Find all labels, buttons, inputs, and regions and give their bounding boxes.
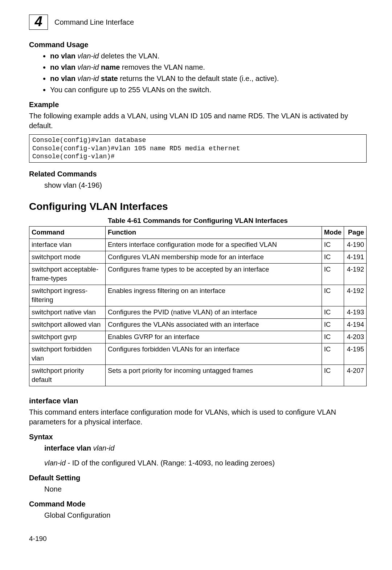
cell-command: switchport mode [29,251,106,263]
table-row: switchport forbidden vlanConfigures forb… [29,343,367,365]
table-row: switchport ingress-filteringEnables ingr… [29,285,367,306]
related-commands-heading: Related Commands [29,169,367,179]
cell-page: 4-190 [344,239,367,251]
page-number: 4-190 [29,534,367,543]
default-setting-value: None [29,484,367,494]
cell-function: Configures VLAN membership mode for an i… [106,251,322,263]
syntax-param-desc: vlan-id - ID of the configured VLAN. (Ra… [29,458,367,468]
cell-page: 4-191 [344,251,367,263]
cell-page: 4-195 [344,343,367,365]
cell-command: switchport acceptable-frame-types [29,263,106,285]
cell-function: Configures the VLANs associated with an … [106,318,322,331]
command-usage-list: no vlan vlan-id deletes the VLAN. no vla… [29,51,367,95]
table-row: switchport modeConfigures VLAN membershi… [29,251,367,263]
cell-command: interface vlan [29,239,106,251]
commands-table: Command Function Mode Page interface vla… [29,226,367,386]
interface-vlan-description: This command enters interface configurat… [29,407,367,427]
usage-item: no vlan vlan-id deletes the VLAN. [50,51,367,61]
usage-item: no vlan vlan-id state returns the VLAN t… [50,74,367,84]
table-row: switchport allowed vlanConfigures the VL… [29,318,367,331]
syntax-line: interface vlan vlan-id [29,443,367,453]
example-heading: Example [29,100,367,110]
th-mode: Mode [322,226,344,239]
cell-function: Configures forbidden VLANs for an interf… [106,343,322,365]
cell-command: switchport gvrp [29,331,106,343]
cell-page: 4-194 [344,318,367,331]
command-mode-value: Global Configuration [29,510,367,520]
cell-mode: IC [322,306,344,318]
table-row: switchport acceptable-frame-typesConfigu… [29,263,367,285]
cell-mode: IC [322,251,344,263]
cell-page: 4-192 [344,263,367,285]
page-header: 4 Command Line Interface [29,15,367,30]
table-caption: Table 4-61 Commands for Configuring VLAN… [29,216,367,225]
cell-page: 4-193 [344,306,367,318]
th-command: Command [29,226,106,239]
th-function: Function [106,226,322,239]
interface-vlan-heading: interface vlan [29,396,367,406]
table-row: switchport gvrpEnables GVRP for an inter… [29,331,367,343]
cell-mode: IC [322,263,344,285]
cell-function: Configures frame types to be accepted by… [106,263,322,285]
cell-command: switchport native vlan [29,306,106,318]
th-page: Page [344,226,367,239]
cell-page: 4-207 [344,365,367,386]
cell-command: switchport allowed vlan [29,318,106,331]
command-usage-heading: Command Usage [29,40,367,50]
cell-function: Enables GVRP for an interface [106,331,322,343]
chapter-number: 4 [34,15,42,28]
cell-mode: IC [322,239,344,251]
table-row: interface vlanEnters interface configura… [29,239,367,251]
example-intro: The following example adds a VLAN, using… [29,111,367,131]
cell-mode: IC [322,285,344,306]
cell-function: Sets a port priority for incoming untagg… [106,365,322,386]
cell-function: Configures the PVID (native VLAN) of an … [106,306,322,318]
cell-page: 4-203 [344,331,367,343]
cell-command: switchport forbidden vlan [29,343,106,365]
command-mode-heading: Command Mode [29,499,367,509]
cell-page: 4-192 [344,285,367,306]
table-row: switchport native vlanConfigures the PVI… [29,306,367,318]
table-header-row: Command Function Mode Page [29,226,367,239]
cell-mode: IC [322,343,344,365]
usage-item: no vlan vlan-id name removes the VLAN na… [50,62,367,72]
cell-mode: IC [322,331,344,343]
chapter-badge: 4 [29,15,48,30]
cell-function: Enables ingress filtering on an interfac… [106,285,322,306]
table-row: switchport priority defaultSets a port p… [29,365,367,386]
header-title: Command Line Interface [54,17,134,27]
cell-function: Enters interface configuration mode for … [106,239,322,251]
cell-mode: IC [322,365,344,386]
config-section-title: Configuring VLAN Interfaces [29,200,367,213]
syntax-heading: Syntax [29,432,367,442]
cell-command: switchport ingress-filtering [29,285,106,306]
usage-item: You can configure up to 255 VLANs on the… [50,85,367,95]
default-setting-heading: Default Setting [29,473,367,483]
related-commands-text: show vlan (4-196) [29,180,367,190]
cell-command: switchport priority default [29,365,106,386]
console-block: Console(config)#vlan database Console(co… [29,134,367,163]
cell-mode: IC [322,318,344,331]
